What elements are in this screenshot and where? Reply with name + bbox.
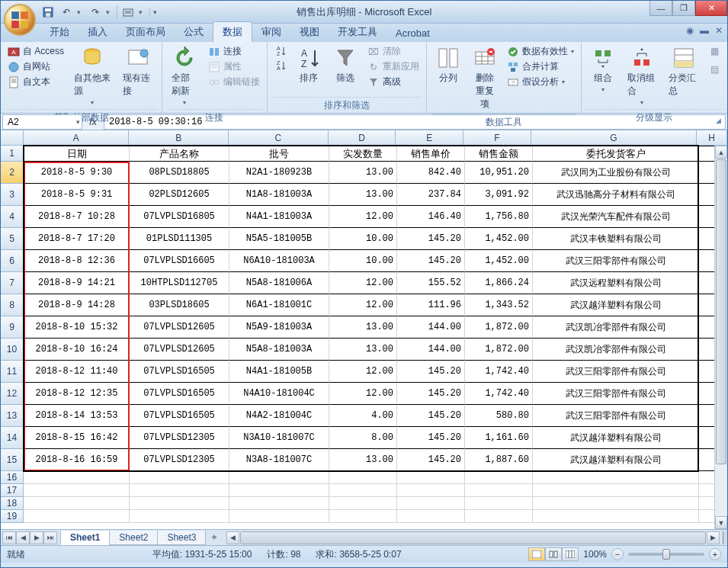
- qat-extra-drop-icon[interactable]: ▾: [139, 8, 146, 16]
- minimize-button[interactable]: —: [649, 1, 672, 16]
- cell[interactable]: 1,756.80: [465, 206, 533, 228]
- cell[interactable]: N3A8-181007C: [229, 449, 329, 471]
- col-header-G[interactable]: G: [531, 130, 697, 146]
- cell[interactable]: 145.20: [397, 427, 465, 449]
- cell[interactable]: 武汉凯冶零部件有限公司: [533, 339, 699, 361]
- sort-dialog-button[interactable]: AZ排序: [292, 44, 326, 86]
- cell[interactable]: [329, 497, 397, 510]
- menu-tab-8[interactable]: Acrobat: [386, 24, 439, 42]
- cell[interactable]: 2018-8-7 10:28: [24, 206, 130, 228]
- menu-tab-4[interactable]: 数据: [213, 21, 252, 42]
- select-all-corner[interactable]: [1, 130, 24, 146]
- row-header-11[interactable]: 11: [1, 361, 24, 383]
- page-break-view-button[interactable]: [562, 547, 579, 561]
- cell[interactable]: 07LVPLSD12305: [130, 427, 229, 449]
- cell[interactable]: 145.20: [397, 383, 465, 405]
- zoom-in-button[interactable]: +: [709, 548, 721, 560]
- scroll-thumb[interactable]: [716, 159, 726, 464]
- cell[interactable]: 1,866.24: [465, 272, 533, 294]
- cell[interactable]: 10,951.20: [465, 162, 533, 184]
- cell[interactable]: 1,343.52: [465, 294, 533, 316]
- cell[interactable]: [533, 471, 699, 484]
- namebox-drop-icon[interactable]: ▾: [76, 118, 80, 126]
- cell[interactable]: 07LVPLSD16605: [130, 250, 229, 272]
- cell[interactable]: 2018-8-5 9:31: [24, 184, 130, 206]
- row-header-19[interactable]: 19: [1, 510, 24, 523]
- ribbon-minimize-icon[interactable]: ▬: [700, 25, 709, 36]
- cell[interactable]: 13.00: [329, 162, 397, 184]
- cell[interactable]: [24, 497, 130, 510]
- row-header-9[interactable]: 9: [1, 316, 24, 339]
- cell[interactable]: 842.40: [397, 162, 465, 184]
- zoom-slider[interactable]: [628, 553, 704, 556]
- cell[interactable]: [229, 471, 329, 484]
- scroll-right-button[interactable]: ▶: [707, 531, 720, 544]
- menu-tab-5[interactable]: 审阅: [252, 22, 290, 42]
- cell[interactable]: [329, 510, 397, 523]
- cell[interactable]: [329, 471, 397, 484]
- close-button[interactable]: ✕: [695, 1, 727, 16]
- row-header-2[interactable]: 2: [1, 162, 24, 184]
- sort-desc-button[interactable]: ZA: [272, 59, 289, 72]
- cell[interactable]: 批号: [229, 146, 329, 162]
- cell[interactable]: N5A9-181003A: [229, 316, 329, 339]
- cell[interactable]: 1,452.00: [465, 228, 533, 250]
- hide-detail-button[interactable]: ▤: [706, 63, 723, 76]
- cell[interactable]: [397, 484, 465, 497]
- from-access-button[interactable]: A自 Access: [5, 44, 66, 59]
- cell[interactable]: 武汉三阳零部件有限公司: [533, 383, 699, 405]
- cell[interactable]: 144.00: [397, 316, 465, 339]
- row-header-14[interactable]: 14: [1, 427, 24, 449]
- cell[interactable]: 产品名称: [130, 146, 229, 162]
- col-header-A[interactable]: A: [24, 130, 130, 146]
- cell[interactable]: 1,872.00: [465, 316, 533, 339]
- cell[interactable]: [229, 484, 329, 497]
- from-web-button[interactable]: 自网站: [5, 59, 66, 74]
- cell[interactable]: 07LVPLSD16505: [130, 383, 229, 405]
- row-header-12[interactable]: 12: [1, 383, 24, 405]
- cell[interactable]: 13.00: [329, 184, 397, 206]
- zoom-out-button[interactable]: −: [611, 548, 624, 560]
- cell[interactable]: 1,452.00: [465, 250, 533, 272]
- cell[interactable]: N3A10-181007C: [229, 427, 329, 449]
- menu-tab-0[interactable]: 开始: [40, 22, 79, 42]
- cell[interactable]: 1,887.60: [465, 449, 533, 471]
- cell[interactable]: 10.00: [329, 250, 397, 272]
- scroll-left-button[interactable]: ◀: [226, 531, 239, 544]
- cell[interactable]: 07LVPLSD12605: [130, 339, 229, 361]
- whatif-button[interactable]: ?假设分析 ▾: [505, 75, 576, 89]
- cell[interactable]: 13.00: [329, 449, 397, 471]
- col-header-B[interactable]: B: [129, 130, 229, 146]
- cell[interactable]: N5A8-181006A: [229, 272, 329, 294]
- cell[interactable]: 1,161.60: [465, 427, 533, 449]
- cell[interactable]: 1,872.00: [465, 339, 533, 361]
- cell[interactable]: 销售单价: [397, 146, 465, 162]
- cell[interactable]: [229, 510, 329, 523]
- cell[interactable]: [24, 510, 130, 523]
- reapply-button[interactable]: ↻重新应用: [365, 59, 422, 74]
- clear-filter-button[interactable]: ⌧清除: [365, 44, 422, 59]
- cell[interactable]: 实发数量: [329, 146, 397, 162]
- cell[interactable]: 111.96: [397, 294, 465, 316]
- col-header-D[interactable]: D: [329, 130, 396, 146]
- sheet-nav-first[interactable]: ⏮: [2, 531, 16, 544]
- cell[interactable]: 武汉三阳零部件有限公司: [533, 250, 699, 272]
- scroll-up-button[interactable]: ▲: [715, 146, 727, 159]
- cell[interactable]: [329, 484, 397, 497]
- row-header-4[interactable]: 4: [1, 206, 24, 228]
- row-header-7[interactable]: 7: [1, 272, 24, 294]
- cell[interactable]: [130, 471, 229, 484]
- cell[interactable]: 01PLSD111305: [130, 228, 229, 250]
- cell[interactable]: 2018-8-9 14:28: [24, 294, 130, 316]
- cell[interactable]: 07LVPLSD16505: [130, 361, 229, 383]
- redo-icon[interactable]: ↷: [88, 5, 103, 20]
- connections-button[interactable]: 连接: [206, 44, 262, 59]
- scroll-down-button[interactable]: ▼: [715, 516, 727, 529]
- cell[interactable]: [24, 471, 130, 484]
- cell[interactable]: N4A2-181004C: [229, 405, 329, 427]
- menu-tab-1[interactable]: 插入: [79, 22, 117, 42]
- cell[interactable]: 武汉越洋塑料有限公司: [533, 427, 699, 449]
- cell[interactable]: 07LVPLSD12305: [130, 449, 229, 471]
- split-handle[interactable]: [723, 531, 727, 544]
- cell[interactable]: 03PLSD18605: [130, 294, 229, 316]
